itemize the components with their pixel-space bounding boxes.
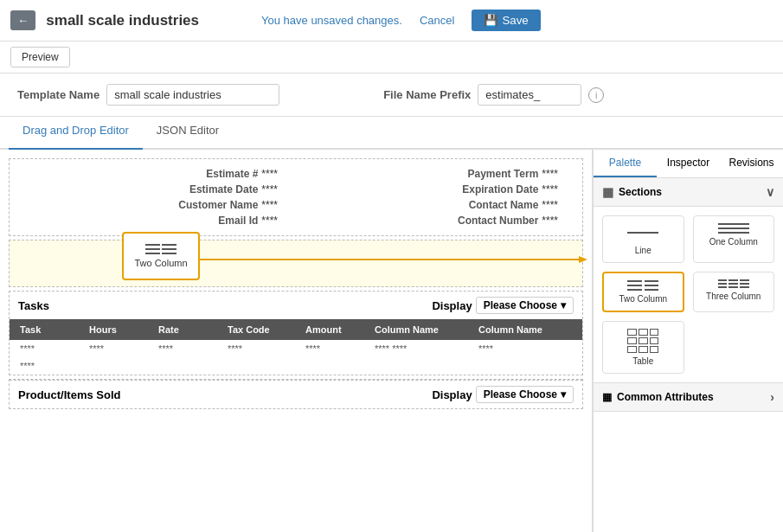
task-data-row-1: **** **** **** **** **** **** **** **** [10, 340, 582, 357]
section-item-two-column[interactable]: Two Column [602, 272, 684, 312]
table-icon [627, 329, 658, 353]
task-section: Tasks Display Please Choose ▾ Task Hours… [9, 291, 583, 375]
save-label: Save [502, 14, 528, 27]
canvas-area: Estimate # **** Estimate Date **** Custo… [0, 150, 593, 532]
product-please-choose-dropdown[interactable]: Please Choose ▾ [476, 386, 574, 403]
common-attrs-chevron-icon: › [770, 390, 774, 404]
product-display-select: Display Please Choose ▾ [432, 386, 574, 403]
estimate-date-label: Estimate Date [189, 183, 258, 195]
tab-json-editor[interactable]: JSON Editor [143, 117, 233, 150]
sections-icon: ▦ [602, 185, 613, 199]
two-column-tooltip: Two Column [122, 232, 200, 280]
one-column-label: One Column [709, 237, 758, 247]
expiration-date-label: Expiration Date [462, 183, 538, 195]
arrow-line [198, 251, 587, 268]
contact-number-label: Contact Number [458, 215, 538, 227]
col-rate: Rate [155, 323, 224, 337]
one-column-icon [718, 223, 749, 234]
contact-number-value: **** [542, 215, 558, 227]
main-layout: Estimate # **** Estimate Date **** Custo… [0, 150, 783, 532]
palette-tabs: Palette Inspector Revisions [594, 150, 783, 178]
task-header-row: Tasks Display Please Choose ▾ [10, 292, 582, 319]
save-button[interactable]: 💾 Save [472, 10, 540, 31]
sub-bar: Template Name File Name Prefix i [0, 74, 783, 117]
top-bar: ← small scale industries You have unsave… [0, 0, 783, 42]
col-tax-code: Tax Code [224, 323, 302, 337]
expiration-date-value: **** [542, 183, 558, 195]
file-name-prefix-label: File Name Prefix [383, 88, 471, 101]
editor-tabs: Drag and Drop Editor JSON Editor [0, 117, 783, 150]
three-column-icon [718, 279, 749, 288]
app-title: small scale industries [46, 12, 199, 29]
two-column-palette-icon [627, 280, 658, 291]
payment-term-value: **** [542, 168, 558, 180]
col-column-name-1: Column Name [371, 323, 475, 337]
task-columns-header: Task Hours Rate Tax Code Amount Column N… [10, 319, 582, 340]
two-column-icon [145, 244, 176, 254]
contact-name-label: Contact Name [469, 199, 539, 211]
customer-name-label: Customer Name [178, 199, 258, 211]
section-item-table[interactable]: Table [602, 321, 684, 374]
section-items-grid: Line One Column Two Column [594, 207, 783, 382]
sections-header: ▦ Sections ∨ [594, 178, 783, 207]
three-column-label: Three Column [706, 292, 761, 301]
common-attrs-icon: ▦ [602, 391, 612, 403]
file-name-prefix-input[interactable] [478, 84, 581, 106]
back-button[interactable]: ← [10, 10, 35, 30]
estimate-num-label: Estimate # [206, 168, 258, 180]
sections-label: Sections [619, 186, 662, 198]
line-label: Line [635, 246, 651, 255]
display-select: Display Please Choose ▾ [432, 297, 574, 314]
section-item-three-column[interactable]: Three Column [693, 272, 775, 312]
product-label: Product/Items Sold [18, 388, 120, 401]
tasks-label: Tasks [18, 299, 49, 312]
estimate-date-value: **** [261, 183, 278, 195]
table-label: Table [632, 356, 653, 366]
task-data-row-2: **** [10, 357, 582, 375]
col-hours: Hours [86, 323, 155, 337]
preview-button[interactable]: Preview [10, 47, 70, 67]
col-amount: Amount [302, 323, 371, 337]
yellow-section: Two Column [9, 240, 583, 287]
save-icon: 💾 [484, 14, 498, 27]
tab-inspector[interactable]: Inspector [657, 150, 720, 177]
dropdown-chevron-icon: ▾ [561, 299, 566, 311]
template-name-input[interactable] [106, 84, 279, 106]
two-column-palette-label: Two Column [619, 294, 667, 304]
product-section: Product/Items Sold Display Please Choose… [9, 379, 583, 409]
right-sidebar: Palette Inspector Revisions ▦ Sections ∨… [593, 150, 783, 532]
product-dropdown-chevron-icon: ▾ [561, 388, 566, 401]
cancel-link[interactable]: Cancel [420, 14, 454, 27]
unsaved-message: You have unsaved changes. [261, 14, 402, 27]
product-header-row: Product/Items Sold Display Please Choose… [10, 380, 582, 408]
two-column-tooltip-label: Two Column [134, 258, 187, 268]
back-icon: ← [17, 14, 29, 27]
tab-drag-drop[interactable]: Drag and Drop Editor [9, 117, 143, 150]
please-choose-dropdown[interactable]: Please Choose ▾ [476, 297, 574, 314]
email-id-label: Email Id [218, 215, 258, 227]
product-display-label: Display [432, 388, 472, 401]
tab-revisions[interactable]: Revisions [720, 150, 783, 177]
sections-chevron-icon[interactable]: ∨ [766, 185, 774, 199]
contact-name-value: **** [542, 199, 558, 211]
common-attributes[interactable]: ▦ Common Attributes › [594, 382, 783, 412]
section-item-line[interactable]: Line [602, 215, 684, 263]
common-attrs-label: Common Attributes [617, 391, 714, 403]
email-id-value: **** [261, 215, 278, 227]
template-name-label: Template Name [17, 88, 99, 101]
estimate-num-value: **** [261, 168, 278, 180]
section-item-one-column[interactable]: One Column [693, 215, 775, 263]
info-icon[interactable]: i [588, 87, 604, 103]
col-column-name-2: Column Name [475, 323, 579, 337]
col-task: Task [16, 323, 86, 337]
tab-palette[interactable]: Palette [594, 150, 657, 177]
payment-term-label: Payment Term [468, 168, 539, 180]
line-icon [627, 232, 658, 234]
svg-marker-1 [579, 256, 587, 263]
customer-name-value: **** [261, 199, 278, 211]
display-label: Display [432, 299, 472, 312]
header-section: Estimate # **** Estimate Date **** Custo… [9, 158, 583, 236]
